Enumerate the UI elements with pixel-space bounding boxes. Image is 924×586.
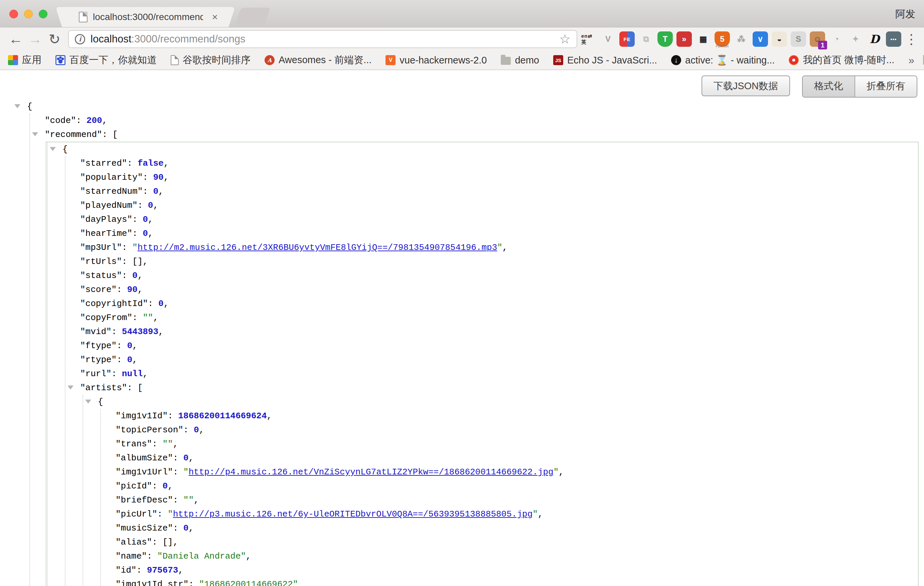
json-colon: : bbox=[127, 383, 137, 393]
collapse-arrow-icon[interactable] bbox=[85, 399, 91, 404]
html5-player-icon[interactable]: 5PLAYER bbox=[714, 31, 730, 47]
zoom-window-button[interactable] bbox=[39, 10, 48, 18]
shield-t-icon[interactable]: T bbox=[657, 31, 673, 47]
browser-tab[interactable]: localhost:3000/recommend/so × bbox=[67, 7, 224, 27]
bookmark-item[interactable]: 谷歌按时间排序 bbox=[171, 53, 251, 67]
json-colon: : bbox=[117, 285, 127, 295]
json-entry: {"code": 200,"recommend": [{"starred": f… bbox=[27, 99, 919, 586]
json-number-value: 0 bbox=[183, 523, 189, 533]
json-colon: : bbox=[183, 425, 194, 435]
collapse-arrow-icon[interactable] bbox=[68, 386, 74, 390]
json-entry: "alias": [], bbox=[116, 535, 918, 549]
json-key: "id" bbox=[116, 565, 136, 575]
address-bar[interactable]: i localhost:3000/recommend/songs ☆ bbox=[68, 30, 577, 48]
vimium-icon[interactable]: V bbox=[600, 31, 615, 47]
baidu-paw-icon bbox=[56, 55, 66, 65]
bookmark-item[interactable]: 我的首页 微博-随时... bbox=[789, 53, 894, 67]
json-line: "img1v1Id_str": "18686200114669622" bbox=[116, 577, 918, 586]
json-colon: : bbox=[168, 411, 178, 421]
site-info-icon[interactable]: i bbox=[75, 34, 85, 45]
json-line: "rurl": null, bbox=[80, 367, 918, 381]
json-key: "img1v1Id_str" bbox=[116, 579, 188, 586]
json-entry: "id": 975673, bbox=[116, 563, 918, 577]
vue-icon: V bbox=[386, 55, 396, 65]
collapse-arrow-icon[interactable] bbox=[32, 132, 38, 136]
bookmark-item[interactable]: 百度一下，你就知道 bbox=[56, 53, 157, 67]
json-open-bracket: [ bbox=[112, 130, 118, 140]
new-tab-button[interactable] bbox=[234, 8, 271, 26]
window-titlebar: localhost:3000/recommend/so × 阿发 bbox=[0, 0, 924, 27]
apps-grid-icon bbox=[8, 55, 18, 65]
bookmark-star-icon[interactable]: ☆ bbox=[559, 32, 571, 46]
json-comma: , bbox=[164, 299, 169, 309]
json-line: { bbox=[27, 99, 919, 114]
collapse-arrow-icon[interactable] bbox=[14, 104, 20, 108]
json-link[interactable]: http://m2.music.126.net/3XR6BU6yvtyVmFE8… bbox=[138, 243, 497, 253]
json-number-value: 0 bbox=[143, 215, 148, 224]
format-button[interactable]: 格式化 bbox=[803, 76, 855, 97]
minimize-window-button[interactable] bbox=[24, 10, 33, 18]
fast-forward-icon[interactable]: » bbox=[676, 31, 692, 47]
profile-name[interactable]: 阿发 bbox=[895, 7, 915, 21]
json-key: "topicPerson" bbox=[116, 425, 183, 435]
json-comma: , bbox=[164, 158, 169, 168]
json-entry: "hearTime": 0, bbox=[80, 226, 918, 241]
fe-helper-icon[interactable]: FE bbox=[619, 31, 635, 47]
d-icon[interactable]: D bbox=[867, 31, 882, 47]
hummingbird-icon[interactable]: ✦ bbox=[848, 31, 863, 47]
mask-icon[interactable]: ◒ bbox=[772, 31, 787, 47]
json-link[interactable]: http://p3.music.126.net/6y-UleORITEDbvrO… bbox=[173, 509, 533, 519]
download-v-icon[interactable]: ∨ bbox=[752, 31, 768, 47]
reload-icon[interactable]: ↻ bbox=[45, 31, 64, 48]
json-number-value: 200 bbox=[86, 116, 102, 125]
json-colon: : bbox=[143, 172, 153, 182]
collapse-arrow-icon[interactable] bbox=[50, 147, 56, 151]
paw-icon[interactable]: ⁂ bbox=[734, 31, 749, 47]
bookmark-item[interactable]: JSEcho JS - JavaScri... bbox=[553, 55, 657, 66]
json-entry: "score": 90, bbox=[80, 283, 918, 297]
json-key: "ftype" bbox=[80, 341, 117, 351]
json-children: {"img1v1Id": 18686200114669624,"topicPer… bbox=[82, 395, 918, 586]
back-icon[interactable]: ← bbox=[6, 31, 25, 47]
json-line: "trans": "", bbox=[116, 437, 918, 451]
tab-close-icon[interactable]: × bbox=[212, 12, 218, 23]
json-line: "topicPerson": 0, bbox=[116, 423, 918, 437]
json-key: "recommend" bbox=[45, 130, 102, 140]
bookmarks-overflow-icon[interactable]: » bbox=[908, 54, 914, 66]
json-key: "alias" bbox=[116, 537, 152, 547]
json-colon: : bbox=[76, 116, 86, 125]
bookmark-item[interactable]: Vvue-hackernews-2.0 bbox=[386, 55, 487, 66]
download-json-button[interactable]: 下载JSON数据 bbox=[701, 76, 790, 96]
sitemap-icon[interactable]: ⧉ bbox=[639, 31, 654, 47]
grayscale-s-icon[interactable]: S bbox=[791, 31, 806, 47]
traffic-lights bbox=[9, 10, 48, 18]
json-comma: , bbox=[173, 439, 178, 449]
monkey-icon[interactable]: ☺1 bbox=[810, 31, 825, 47]
json-entry: "recommend": [{"starred": false,"popular… bbox=[45, 128, 919, 586]
close-window-button[interactable] bbox=[9, 10, 18, 18]
ellipsis-tab-icon[interactable]: ••• bbox=[886, 31, 901, 47]
translate-icon[interactable]: en⇄英 bbox=[581, 31, 597, 47]
json-colon: : bbox=[132, 215, 143, 224]
bookmark-label: Echo JS - JavaScri... bbox=[567, 55, 657, 66]
browser-menu-icon[interactable]: ⋮ bbox=[905, 31, 918, 47]
folder-icon bbox=[501, 57, 511, 65]
bookmark-label: 百度一下，你就知道 bbox=[69, 53, 157, 67]
json-line: { bbox=[63, 142, 918, 156]
bookmarks-right: » 其他书签 bbox=[908, 53, 924, 67]
json-colon: : bbox=[112, 369, 122, 379]
json-entry: "img1v1Id": 18686200114669624, bbox=[116, 409, 918, 423]
bookmark-item[interactable]: AAwesomes - 前端资... bbox=[264, 53, 371, 67]
json-number-value: false bbox=[138, 158, 164, 168]
bookmark-item[interactable]: demo bbox=[501, 55, 539, 66]
weibo-eye-icon[interactable]: ◔ bbox=[829, 31, 844, 47]
json-link[interactable]: http://p4.music.126.net/VnZiScyynLG7atLI… bbox=[188, 467, 553, 477]
bookmark-item[interactable]: ↓active: ⌛ - waiting... bbox=[671, 54, 775, 66]
json-entry: "status": 0, bbox=[80, 269, 918, 283]
json-open-bracket: { bbox=[27, 102, 32, 112]
collapse-all-button[interactable]: 折叠所有 bbox=[855, 76, 917, 97]
json-entry: "name": "Daniela Andrade", bbox=[116, 549, 918, 563]
json-comma: , bbox=[153, 200, 158, 210]
bookmark-item[interactable]: 应用 bbox=[8, 53, 41, 67]
qrcode-icon[interactable]: ▦ bbox=[696, 31, 711, 47]
